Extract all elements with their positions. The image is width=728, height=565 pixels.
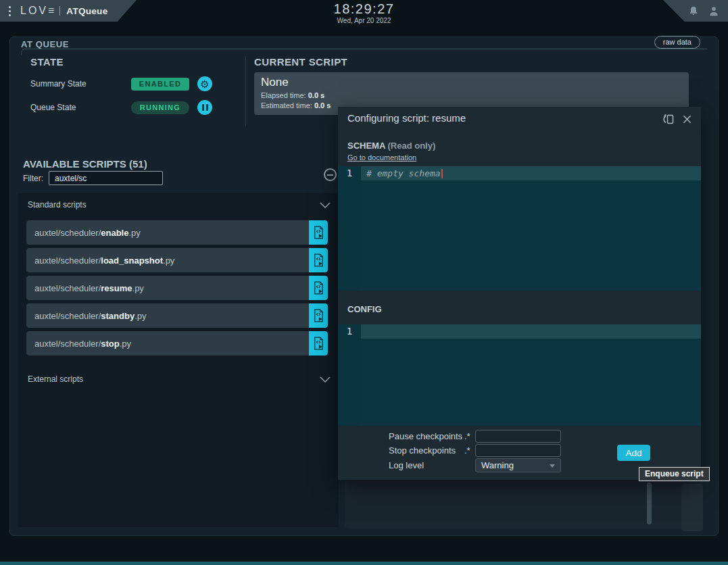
notifications-bell-icon[interactable] — [687, 5, 699, 17]
add-button[interactable]: Add — [617, 445, 650, 461]
summary-state-label: Summary State — [30, 79, 131, 89]
line-number: 1 — [338, 324, 361, 339]
config-editor-gutter: 1 — [338, 324, 361, 426]
current-script-name: None — [261, 76, 682, 89]
script-launch-icon — [313, 226, 324, 239]
pause-checkpoints-input[interactable] — [475, 430, 561, 443]
config-title: CONFIG — [347, 304, 382, 314]
documentation-link[interactable]: Go to documentation — [347, 153, 416, 162]
launch-script-button[interactable] — [309, 303, 328, 328]
chevron-down-icon — [550, 464, 555, 468]
state-title: STATE — [30, 56, 245, 68]
script-list-item[interactable]: auxtel/scheduler/standby.py — [26, 303, 328, 328]
clock-time: 18:29:27 — [0, 1, 728, 17]
external-scripts-label: External scripts — [28, 374, 83, 384]
schema-code: # empty schema — [366, 168, 441, 178]
schema-title: SCHEMA (Read only) — [347, 141, 435, 151]
queue-state-badge: RUNNING — [131, 101, 189, 114]
chevron-down-icon[interactable] — [320, 376, 331, 383]
external-scripts-header[interactable]: External scripts — [28, 374, 331, 384]
script-path: auxtel/scheduler/stop.py — [26, 339, 131, 349]
modal-title: Configuring script: resume — [347, 112, 466, 124]
script-launch-icon — [313, 253, 324, 267]
stop-checkpoints-label: Stop checkpoints — [389, 445, 464, 456]
filter-label: Filter: — [23, 174, 43, 183]
chevron-down-icon[interactable] — [320, 202, 331, 208]
configure-script-modal: Configuring script: resume SCHEMA (Read … — [338, 107, 701, 480]
script-launch-icon — [313, 309, 324, 322]
current-script-title: CURRENT SCRIPT — [254, 56, 690, 68]
schema-editor[interactable]: 1 # empty schema — [338, 166, 701, 291]
footer-accent-bar — [0, 562, 728, 565]
filter-row: Filter: — [23, 171, 163, 185]
panel-divider — [21, 49, 707, 55]
script-list-item[interactable]: auxtel/scheduler/load_snapshot.py — [26, 248, 328, 272]
log-level-select[interactable]: Warning — [475, 458, 561, 472]
pause-queue-button[interactable] — [197, 100, 212, 115]
elapsed-time-value: 0.0 s — [308, 91, 324, 99]
summary-state-settings-button[interactable]: ⚙ — [197, 76, 212, 91]
standard-scripts-header[interactable]: Standard scripts — [28, 200, 331, 210]
launch-script-button[interactable] — [309, 331, 328, 355]
filter-input[interactable] — [49, 171, 163, 185]
queue-state-row: Queue State RUNNING — [30, 100, 245, 115]
schema-readonly-label: (Read only) — [387, 141, 435, 151]
summary-state-row: Summary State ENABLED ⚙ — [30, 76, 245, 91]
queue-panel-edge — [681, 484, 703, 531]
log-level-label: Log level — [389, 460, 464, 470]
estimated-time-label: Estimated time: — [261, 101, 312, 109]
gear-icon: ⚙ — [200, 79, 209, 89]
elapsed-time-label: Elapsed time: — [261, 91, 306, 99]
launch-script-button[interactable] — [309, 248, 328, 272]
script-list: auxtel/scheduler/enable.py auxtel/schedu… — [26, 220, 328, 359]
config-active-line — [361, 324, 701, 339]
enqueue-script-tooltip: Enqueue script — [639, 467, 710, 481]
schema-editor-gutter: 1 — [338, 166, 361, 291]
stop-checkpoints-suffix: .* — [464, 445, 475, 456]
summary-state-badge: ENABLED — [131, 78, 189, 91]
close-icon[interactable] — [681, 113, 693, 125]
topbar: LOV≡ ATQueue 18:29:27 Wed, Apr 20 2022 — [0, 0, 728, 23]
elapsed-time: Elapsed time: 0.0 s — [261, 91, 682, 99]
raw-data-button[interactable]: raw data — [654, 36, 700, 49]
script-path: auxtel/scheduler/load_snapshot.py — [26, 255, 174, 266]
text-caret — [441, 169, 443, 178]
clock-date: Wed, Apr 20 2022 — [0, 17, 728, 24]
panel-title: AT QUEUE — [21, 39, 69, 49]
estimated-time-value: 0.0 s — [314, 101, 331, 109]
user-icon[interactable] — [708, 5, 719, 17]
script-path: auxtel/scheduler/standby.py — [26, 311, 146, 321]
config-editor[interactable]: 1 — [338, 324, 701, 426]
screen: LOV≡ ATQueue 18:29:27 Wed, Apr 20 2022 — [0, 0, 728, 565]
script-launch-icon — [313, 337, 324, 350]
queue-state-label: Queue State — [30, 103, 131, 112]
pause-icon — [202, 104, 208, 111]
collapse-available-scripts-icon[interactable] — [324, 168, 337, 181]
script-list-item[interactable]: auxtel/scheduler/stop.py — [26, 331, 328, 355]
script-path: auxtel/scheduler/resume.py — [26, 283, 144, 293]
scripts-panel: Standard scripts auxtel/scheduler/enable… — [18, 193, 339, 527]
script-list-item[interactable]: auxtel/scheduler/enable.py — [26, 220, 328, 245]
pause-checkpoints-suffix: .* — [464, 431, 475, 441]
current-script-section: CURRENT SCRIPT None Elapsed time: 0.0 s … — [254, 56, 690, 115]
clock: 18:29:27 Wed, Apr 20 2022 — [0, 1, 728, 24]
line-number: 1 — [338, 166, 361, 180]
log-level-value: Warning — [481, 460, 514, 470]
scrollbar[interactable] — [647, 483, 652, 524]
detach-window-icon[interactable] — [662, 113, 675, 125]
pause-checkpoints-label: Pause checkpoints — [389, 431, 464, 441]
modal-actions — [662, 113, 693, 125]
launch-script-button[interactable] — [309, 276, 328, 300]
state-section: STATE Summary State ENABLED ⚙ Queue Stat… — [30, 56, 245, 115]
available-scripts-title: AVAILABLE SCRIPTS (51) — [23, 158, 147, 170]
script-config-form: Pause checkpoints .* Stop checkpoints .*… — [389, 430, 561, 472]
launch-script-button[interactable] — [309, 220, 328, 245]
script-launch-icon — [313, 281, 324, 295]
schema-active-line: # empty schema — [361, 166, 701, 180]
script-list-item[interactable]: auxtel/scheduler/resume.py — [26, 276, 328, 300]
standard-scripts-label: Standard scripts — [28, 200, 87, 210]
stop-checkpoints-input[interactable] — [475, 444, 561, 457]
script-path: auxtel/scheduler/enable.py — [26, 228, 141, 238]
state-current-divider — [245, 56, 246, 126]
